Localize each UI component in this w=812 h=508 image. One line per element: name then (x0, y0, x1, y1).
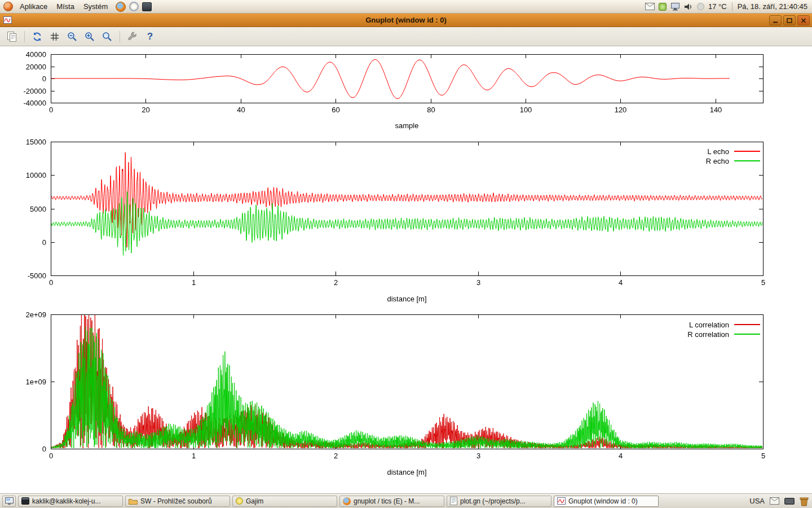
legend-line-sample (734, 324, 760, 325)
keyboard-layout-indicator[interactable]: USA (749, 497, 765, 505)
maximize-button[interactable] (783, 15, 796, 25)
taskbar: kaklik@kaklik-kolej-u... SW - Prohlížeč … (0, 493, 812, 508)
panel-right: 17 °C Pá, 18. září, 21:40:45 (645, 0, 812, 13)
zoom-next-button[interactable] (82, 29, 97, 44)
plot-canvas[interactable] (0, 46, 812, 493)
legend-label: L echo (707, 147, 729, 156)
ubuntu-logo-icon[interactable] (3, 2, 13, 11)
top-panel: Aplikace Místa Systém 17 °C Pá, 18. září… (0, 0, 812, 14)
legend-line-sample (734, 334, 760, 335)
show-desktop-button[interactable] (2, 496, 16, 507)
zoom-previous-button[interactable] (65, 29, 80, 44)
menu-places[interactable]: Místa (52, 0, 79, 13)
legend-line-sample (734, 151, 760, 152)
volume-icon[interactable] (684, 3, 693, 11)
chart2-xlabel: distance [m] (51, 295, 763, 303)
magnifier-icon (102, 31, 113, 42)
chart1-xlabel: sample (51, 121, 763, 130)
taskbar-right: USA (749, 496, 810, 506)
gnuplot-icon (557, 497, 566, 505)
plot-area: sample distance [m] distance [m] L echo … (0, 46, 812, 493)
task-label: SW - Prohlížeč souborů (140, 497, 212, 505)
toolbar-separator (120, 31, 120, 42)
terminal-icon (21, 497, 29, 505)
legend-label: R correlation (687, 330, 729, 339)
panel-left: Aplikace Místa Systém (0, 0, 152, 13)
chart3-xlabel: distance [m] (51, 468, 763, 476)
minimize-button[interactable] (769, 15, 782, 25)
weather-icon[interactable] (697, 3, 704, 10)
firefox-launcher-icon[interactable] (116, 2, 126, 12)
toolbar-separator (24, 31, 25, 42)
window-titlebar[interactable]: Gnuplot (window id : 0) (0, 14, 812, 27)
task-button-gnuplot[interactable]: Gnuplot (window id : 0) (554, 496, 659, 507)
replot-button[interactable] (30, 29, 45, 44)
task-label: plot.gn (~/projects/p... (460, 497, 526, 505)
terminal-launcher-icon[interactable] (142, 2, 152, 11)
chart3-legend: L correlation R correlation (687, 320, 760, 339)
magnifier-minus-icon (67, 31, 78, 42)
trash-icon[interactable] (800, 496, 809, 506)
keyboard-icon[interactable] (784, 498, 795, 505)
display-icon[interactable] (670, 2, 680, 11)
task-button-file-manager[interactable]: SW - Prohlížeč souborů (125, 496, 230, 507)
task-button-text-editor[interactable]: plot.gn (~/projects/p... (447, 496, 551, 507)
copy-to-clipboard-button[interactable] (5, 29, 19, 44)
autoscale-button[interactable] (100, 29, 114, 44)
toggle-grid-button[interactable] (47, 29, 62, 44)
legend-item: R correlation (687, 330, 760, 339)
text-editor-icon (450, 497, 457, 505)
clipboard-icon (6, 31, 17, 42)
question-mark-icon: ? (147, 32, 153, 41)
settings-button[interactable] (125, 29, 140, 44)
legend-line-sample (734, 160, 760, 161)
updates-icon[interactable] (659, 3, 667, 11)
close-button[interactable] (797, 15, 810, 25)
refresh-icon (32, 31, 43, 42)
task-label: Gnuplot (window id : 0) (568, 497, 638, 505)
chart2-legend: L echo R echo (706, 147, 760, 165)
legend-item: L echo (706, 147, 760, 156)
mail-icon[interactable] (645, 3, 655, 10)
task-label: Gajim (246, 497, 263, 505)
menu-applications[interactable]: Aplikace (15, 0, 52, 13)
window-controls (769, 15, 810, 25)
mail-tray-icon[interactable] (770, 497, 779, 505)
task-button-terminal[interactable]: kaklik@kaklik-kolej-u... (18, 496, 123, 507)
firefox-icon (343, 497, 351, 505)
legend-item: R echo (706, 156, 760, 165)
magnifier-plus-icon (84, 31, 95, 42)
task-button-gajim[interactable]: Gajim (232, 496, 337, 507)
folder-icon (129, 498, 138, 505)
panel-divider (732, 2, 732, 11)
legend-label: L correlation (689, 321, 729, 329)
temperature-label[interactable]: 17 °C (708, 2, 727, 11)
task-label: kaklik@kaklik-kolej-u... (32, 497, 101, 505)
legend-item: L correlation (687, 320, 760, 329)
gajim-icon (236, 497, 243, 505)
gnuplot-toolbar: ? (0, 27, 812, 46)
wrench-icon (127, 31, 138, 42)
task-label: gnuplot / tics (E) - M... (354, 497, 420, 505)
window-title: Gnuplot (window id : 0) (0, 14, 812, 27)
clock-applet[interactable]: Pá, 18. září, 21:40:45 (738, 2, 807, 11)
task-button-firefox[interactable]: gnuplot / tics (E) - M... (339, 496, 444, 507)
help-launcher-icon[interactable] (129, 2, 139, 11)
help-button[interactable]: ? (143, 29, 157, 44)
legend-label: R echo (706, 157, 729, 165)
grid-icon (49, 31, 60, 42)
menu-system[interactable]: Systém (79, 0, 112, 13)
